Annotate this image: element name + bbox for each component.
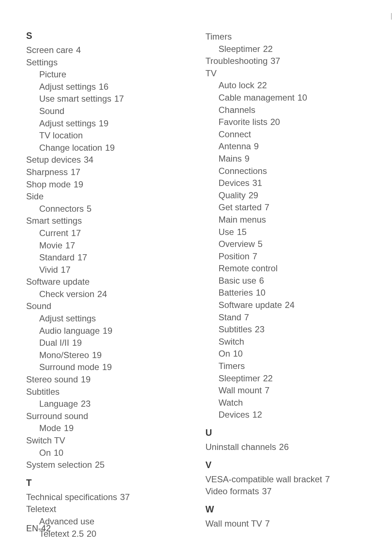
index-entry[interactable]: Mains9 xyxy=(205,153,370,165)
index-entry[interactable]: Switch TV xyxy=(26,434,191,447)
index-entry[interactable]: Timers xyxy=(205,360,370,372)
index-entry[interactable]: Sound xyxy=(26,105,191,117)
index-entry[interactable]: Stereo sound19 xyxy=(26,373,191,386)
index-entry[interactable]: Sleeptimer22 xyxy=(205,372,370,385)
index-entry[interactable]: Adjust settings16 xyxy=(26,81,191,93)
index-entry-text: Get started xyxy=(219,202,262,212)
index-entry[interactable]: Subtitles xyxy=(26,386,191,398)
index-entry-page: 19 xyxy=(102,362,112,372)
index-entry[interactable]: Watch xyxy=(205,397,370,409)
index-entry[interactable]: Switch xyxy=(205,336,370,348)
index-entry[interactable]: Language23 xyxy=(26,398,191,410)
index-entry-page: 19 xyxy=(72,338,82,348)
index-entry[interactable]: Wall mount TV7 xyxy=(205,517,370,530)
index-entry-page: 17 xyxy=(71,167,81,177)
index-entry-text: Batteries xyxy=(219,288,253,297)
index-entry[interactable]: Standard17 xyxy=(26,251,191,264)
index-entry[interactable]: TV location xyxy=(26,129,191,142)
index-entry[interactable]: Surround mode19 xyxy=(26,361,191,373)
index-entry[interactable]: Picture xyxy=(26,68,191,81)
index-entry[interactable]: Dual I/II19 xyxy=(26,337,191,349)
index-letter-heading: W xyxy=(205,504,370,515)
index-entry[interactable]: Shop mode19 xyxy=(26,178,191,191)
index-entry-text: Setup devices xyxy=(26,155,81,165)
index-entry[interactable]: Wall mount7 xyxy=(205,384,370,397)
index-entry-page: 10 xyxy=(256,288,266,297)
index-entry[interactable]: Settings xyxy=(26,56,191,69)
index-entry[interactable]: Sleeptimer22 xyxy=(205,43,370,55)
index-entry-text: Language xyxy=(39,399,78,409)
index-entry[interactable]: Channels xyxy=(205,104,370,116)
index-entry[interactable]: Surround sound xyxy=(26,410,191,422)
index-entry[interactable]: Setup devices34 xyxy=(26,154,191,166)
index-entry[interactable]: Technical specifications37 xyxy=(26,491,191,503)
index-entry[interactable]: Favorite lists20 xyxy=(205,116,370,128)
index-entry-text: Sound xyxy=(39,106,64,116)
index-entry[interactable]: Uninstall channels26 xyxy=(205,441,370,453)
index-entry[interactable]: Overview5 xyxy=(205,238,370,250)
index-entry-page: 29 xyxy=(249,190,258,200)
index-entry[interactable]: Movie17 xyxy=(26,239,191,252)
index-entry-text: TV xyxy=(205,68,217,78)
index-entry[interactable]: Video formats37 xyxy=(205,485,370,498)
index-entry[interactable]: Connect xyxy=(205,128,370,141)
index-entry[interactable]: Current17 xyxy=(26,227,191,239)
index-entry[interactable]: Check version24 xyxy=(26,288,191,300)
index-entry-text: Current xyxy=(39,228,68,238)
index-entry[interactable]: Devices12 xyxy=(205,409,370,421)
index-entry[interactable]: Antenna9 xyxy=(205,140,370,153)
index-entry[interactable]: Mode19 xyxy=(26,422,191,434)
index-entry[interactable]: On10 xyxy=(26,447,191,459)
index-entry[interactable]: Quality29 xyxy=(205,189,370,202)
index-entry[interactable]: Sharpness17 xyxy=(26,166,191,178)
index-entry[interactable]: Teletext xyxy=(26,503,191,515)
index-entry-text: Video formats xyxy=(205,486,259,496)
index-entry[interactable]: Screen care4 xyxy=(26,44,191,56)
index-entry[interactable]: On10 xyxy=(205,348,370,360)
index-entry[interactable]: Software update xyxy=(26,276,191,288)
index-entry-page: 9 xyxy=(245,154,249,163)
index-entry[interactable]: Adjust settings19 xyxy=(26,117,191,130)
index-entry[interactable]: Auto lock22 xyxy=(205,79,370,92)
index-entry[interactable]: Use15 xyxy=(205,226,370,238)
index-entry[interactable]: Cable management10 xyxy=(205,92,370,104)
index-entry[interactable]: Get started7 xyxy=(205,201,370,214)
index-entry[interactable]: Connectors5 xyxy=(26,203,191,215)
index-entry-page: 7 xyxy=(325,474,330,484)
index-entry[interactable]: Devices31 xyxy=(205,177,370,189)
index-entry[interactable]: Change location19 xyxy=(26,142,191,154)
index-entry[interactable]: System selection25 xyxy=(26,459,191,471)
index-entry[interactable]: Audio language19 xyxy=(26,325,191,337)
index-entry[interactable]: Connections xyxy=(205,165,370,177)
index-entry-page: 34 xyxy=(84,155,94,165)
index-entry[interactable]: VESA-compatible wall bracket7 xyxy=(205,473,370,486)
index-entry-page: 19 xyxy=(74,179,83,189)
index-entry-page: 22 xyxy=(263,44,273,54)
index-entry-page: 24 xyxy=(285,300,295,310)
index-entry[interactable]: Sound xyxy=(26,300,191,312)
index-entry[interactable]: Subtitles23 xyxy=(205,323,370,336)
index-entry[interactable]: Advanced use xyxy=(26,515,191,528)
index-entry-page: 19 xyxy=(92,350,102,360)
index-entry[interactable]: Basic use6 xyxy=(205,275,370,287)
index-entry[interactable]: Position7 xyxy=(205,250,370,263)
index-entry[interactable]: Smart settings xyxy=(26,215,191,227)
index-entry[interactable]: Software update24 xyxy=(205,299,370,311)
index-entry[interactable]: Use smart settings17 xyxy=(26,93,191,105)
index-entry-page: 7 xyxy=(265,202,269,212)
index-entry[interactable]: Mono/Stereo19 xyxy=(26,349,191,361)
index-entry[interactable]: Main menus xyxy=(205,214,370,226)
index-entry-text: Audio language xyxy=(39,326,100,336)
index-entry[interactable]: Batteries10 xyxy=(205,287,370,299)
index-entry[interactable]: Remote control xyxy=(205,262,370,275)
index-entry-text: Connect xyxy=(219,129,251,139)
index-entry-text: Vivid xyxy=(39,265,58,275)
index-entry[interactable]: Timers xyxy=(205,31,370,43)
index-entry[interactable]: Stand7 xyxy=(205,311,370,324)
index-entry[interactable]: TV xyxy=(205,67,370,80)
index-entry[interactable]: Vivid17 xyxy=(26,264,191,276)
index-entry[interactable]: Troubleshooting37 xyxy=(205,55,370,67)
index-entry[interactable]: Adjust settings xyxy=(26,312,191,325)
index-entry[interactable]: Teletext 2.520 xyxy=(26,528,191,540)
index-entry[interactable]: Side xyxy=(26,190,191,203)
